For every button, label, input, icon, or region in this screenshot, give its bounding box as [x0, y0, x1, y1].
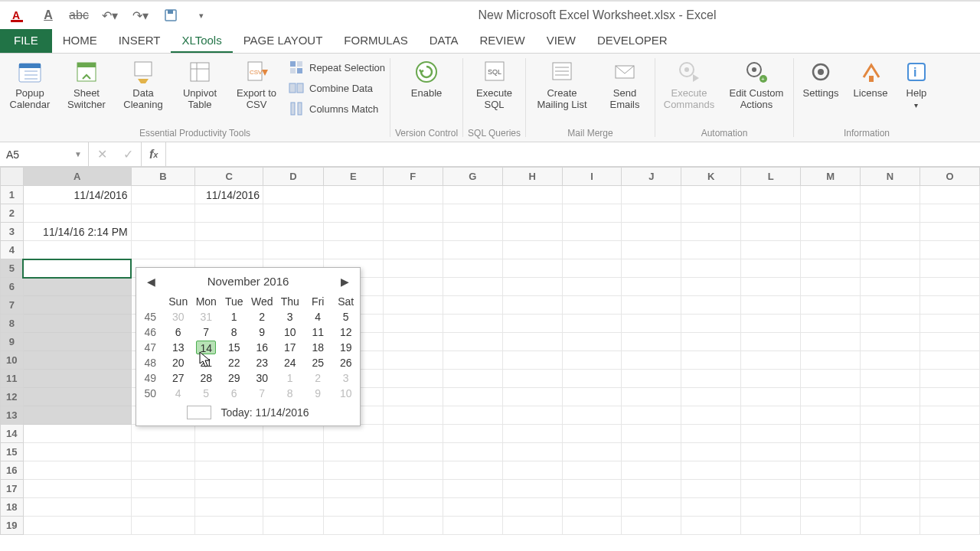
cell-O8[interactable]	[920, 315, 979, 333]
calendar-day[interactable]: 23	[248, 355, 276, 370]
cell-M15[interactable]	[801, 443, 861, 461]
row-header[interactable]: 8	[1, 315, 24, 333]
tab-home[interactable]: HOME	[52, 29, 108, 53]
cell-F19[interactable]	[383, 517, 443, 535]
cell-N7[interactable]	[861, 296, 920, 315]
cell-N16[interactable]	[861, 461, 920, 480]
cell-D17[interactable]	[263, 480, 324, 498]
cell-C19[interactable]	[195, 517, 263, 535]
cell-A7[interactable]	[23, 296, 131, 315]
cell-K14[interactable]	[681, 425, 741, 443]
cell-C17[interactable]	[195, 480, 263, 498]
calendar-day[interactable]: 13	[165, 340, 193, 355]
cell-I13[interactable]	[562, 406, 622, 425]
cell-K16[interactable]	[681, 461, 741, 480]
row-header[interactable]: 6	[1, 278, 24, 296]
cell-K3[interactable]	[681, 223, 741, 241]
fx-icon[interactable]: fx	[142, 142, 166, 166]
cell-E19[interactable]	[323, 517, 383, 535]
cell-G13[interactable]	[443, 406, 502, 425]
calendar-day[interactable]: 25	[304, 355, 332, 370]
cell-F4[interactable]	[383, 241, 443, 259]
cell-B3[interactable]	[131, 223, 195, 241]
row-header[interactable]: 4	[1, 241, 24, 259]
redo-icon[interactable]: ↷▾	[132, 7, 149, 24]
cell-F15[interactable]	[383, 443, 443, 461]
cell-L16[interactable]	[741, 461, 801, 480]
calendar-today-label[interactable]: Today: 11/14/2016	[220, 406, 309, 419]
calendar-day[interactable]: 1	[276, 370, 305, 386]
calendar-day[interactable]: 11	[304, 324, 332, 340]
calendar-day[interactable]: 7	[192, 324, 220, 340]
cell-N13[interactable]	[861, 406, 920, 425]
cell-M17[interactable]	[801, 480, 861, 498]
cell-E18[interactable]	[323, 498, 383, 517]
calendar-day[interactable]: 16	[248, 340, 276, 355]
calendar-prev-icon[interactable]: ◀	[144, 274, 158, 289]
cell-A10[interactable]	[23, 351, 131, 370]
worksheet-grid[interactable]: ABCDEFGHIJKLMNO111/14/201611/14/20162311…	[0, 167, 980, 551]
cell-G10[interactable]	[443, 351, 502, 370]
cell-H11[interactable]	[502, 370, 562, 388]
create-mailing-list-button[interactable]: Create Mailing List	[531, 57, 593, 110]
calendar-day[interactable]: 5	[332, 309, 361, 324]
cell-J14[interactable]	[622, 425, 681, 443]
cell-E1[interactable]	[323, 186, 383, 204]
select-all-corner[interactable]	[1, 168, 24, 186]
cell-N1[interactable]	[861, 186, 920, 204]
cell-F16[interactable]	[383, 461, 443, 480]
column-header-E[interactable]: E	[323, 168, 383, 186]
cell-H4[interactable]	[502, 241, 562, 259]
cell-E2[interactable]	[323, 204, 383, 223]
tab-file[interactable]: FILE	[0, 29, 52, 53]
calendar-day[interactable]: 22	[220, 355, 249, 370]
cell-M18[interactable]	[801, 498, 861, 517]
cell-E3[interactable]	[323, 223, 383, 241]
cell-J1[interactable]	[622, 186, 681, 204]
cell-M7[interactable]	[801, 296, 861, 315]
cell-A9[interactable]	[23, 333, 131, 351]
cell-N12[interactable]	[861, 388, 920, 406]
cell-O19[interactable]	[920, 517, 979, 535]
cell-G8[interactable]	[443, 315, 502, 333]
calendar-day[interactable]: 30	[248, 370, 276, 386]
cell-K9[interactable]	[681, 333, 741, 351]
row-header[interactable]: 16	[1, 461, 24, 480]
cell-O14[interactable]	[920, 425, 979, 443]
column-header-C[interactable]: C	[195, 168, 263, 186]
sheet-switcher-button[interactable]: Sheet Switcher	[61, 57, 112, 110]
cell-O18[interactable]	[920, 498, 979, 517]
column-header-H[interactable]: H	[502, 168, 562, 186]
undo-icon[interactable]: ↶▾	[101, 7, 118, 24]
cell-D18[interactable]	[263, 498, 324, 517]
cell-L4[interactable]	[741, 241, 801, 259]
cell-M16[interactable]	[801, 461, 861, 480]
cell-J7[interactable]	[622, 296, 681, 315]
cell-F18[interactable]	[383, 498, 443, 517]
name-box-dropdown-icon[interactable]: ▼	[74, 150, 82, 158]
cell-H10[interactable]	[502, 351, 562, 370]
cell-B18[interactable]	[131, 498, 195, 517]
cell-M6[interactable]	[801, 278, 861, 296]
cell-O3[interactable]	[920, 223, 979, 241]
calendar-day[interactable]: 30	[165, 309, 193, 324]
cell-H2[interactable]	[502, 204, 562, 223]
cell-F3[interactable]	[383, 223, 443, 241]
cell-A11[interactable]	[23, 370, 131, 388]
cell-N3[interactable]	[861, 223, 920, 241]
cell-M1[interactable]	[801, 186, 861, 204]
cell-N15[interactable]	[861, 443, 920, 461]
cell-O15[interactable]	[920, 443, 979, 461]
edit-custom-actions-button[interactable]: + Edit Custom Actions	[724, 57, 789, 110]
column-header-O[interactable]: O	[920, 168, 979, 186]
calendar-day[interactable]: 14	[192, 340, 220, 355]
column-header-J[interactable]: J	[622, 168, 681, 186]
calendar-day[interactable]: 19	[332, 340, 361, 355]
cell-N19[interactable]	[861, 517, 920, 535]
tab-developer[interactable]: DEVELOPER	[586, 29, 678, 53]
cell-H17[interactable]	[502, 480, 562, 498]
calendar-time-checkbox[interactable]	[187, 406, 211, 419]
calendar-day[interactable]: 28	[192, 370, 220, 386]
cell-O1[interactable]	[920, 186, 979, 204]
tab-formulas[interactable]: FORMULAS	[333, 29, 418, 53]
